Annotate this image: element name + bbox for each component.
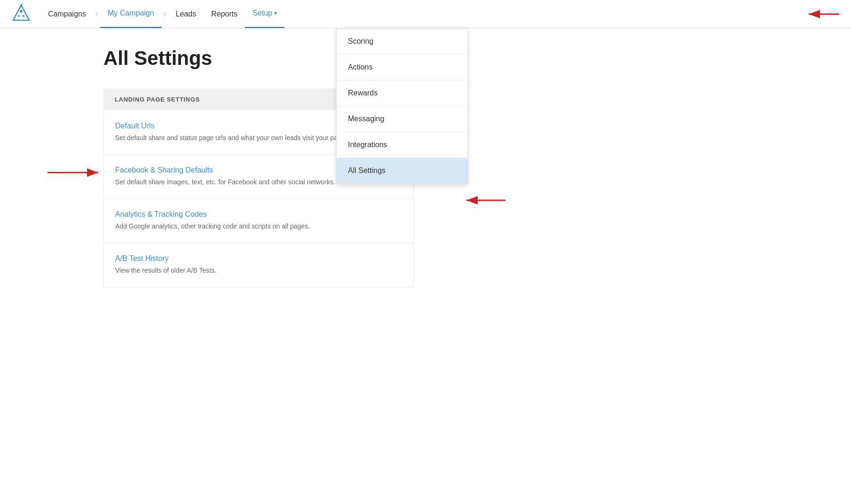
app-logo[interactable] bbox=[11, 3, 40, 25]
facebook-arrow-annotation bbox=[43, 164, 104, 183]
dropdown-item-messaging[interactable]: Messaging bbox=[337, 106, 467, 132]
dropdown-arrow-annotation bbox=[461, 192, 508, 211]
analytics-tracking-link[interactable]: Analytics & Tracking Codes bbox=[115, 210, 402, 219]
ab-test-history-desc: View the results of older A/B Tests. bbox=[115, 266, 402, 276]
dropdown-item-scoring[interactable]: Scoring bbox=[337, 29, 467, 55]
nav-setup[interactable]: Setup ▾ bbox=[245, 0, 284, 28]
nav-my-campaign[interactable]: My Campaign bbox=[100, 0, 162, 28]
dropdown-item-actions[interactable]: Actions bbox=[337, 55, 467, 80]
nav-campaigns[interactable]: Campaigns bbox=[40, 0, 94, 28]
top-navigation: Campaigns › My Campaign › Leads Reports … bbox=[0, 0, 851, 28]
dropdown-item-rewards[interactable]: Rewards bbox=[337, 80, 467, 106]
svg-point-3 bbox=[23, 15, 24, 17]
analytics-tracking-desc: Add Google analytics, other tracking cod… bbox=[115, 221, 402, 231]
setting-ab-test-history: A/B Test History View the results of old… bbox=[104, 243, 413, 287]
nav-leads[interactable]: Leads bbox=[168, 0, 204, 28]
nav-arrow-annotation bbox=[804, 6, 842, 24]
breadcrumb-sep-1: › bbox=[94, 9, 100, 19]
dropdown-item-integrations[interactable]: Integrations bbox=[337, 132, 467, 158]
setting-analytics-tracking: Analytics & Tracking Codes Add Google an… bbox=[104, 199, 413, 243]
svg-point-2 bbox=[18, 15, 20, 17]
nav-reports[interactable]: Reports bbox=[204, 0, 245, 28]
dropdown-item-all-settings[interactable]: All Settings bbox=[337, 158, 467, 183]
svg-point-1 bbox=[20, 10, 23, 13]
setup-dropdown: Scoring Actions Rewards Messaging Integr… bbox=[336, 28, 468, 184]
svg-line-5 bbox=[21, 4, 23, 5]
setup-chevron-icon: ▾ bbox=[274, 10, 277, 16]
breadcrumb-sep-2: › bbox=[162, 9, 168, 19]
nav-items-list: Campaigns › My Campaign › Leads Reports … bbox=[40, 0, 284, 28]
ab-test-history-link[interactable]: A/B Test History bbox=[115, 254, 402, 263]
